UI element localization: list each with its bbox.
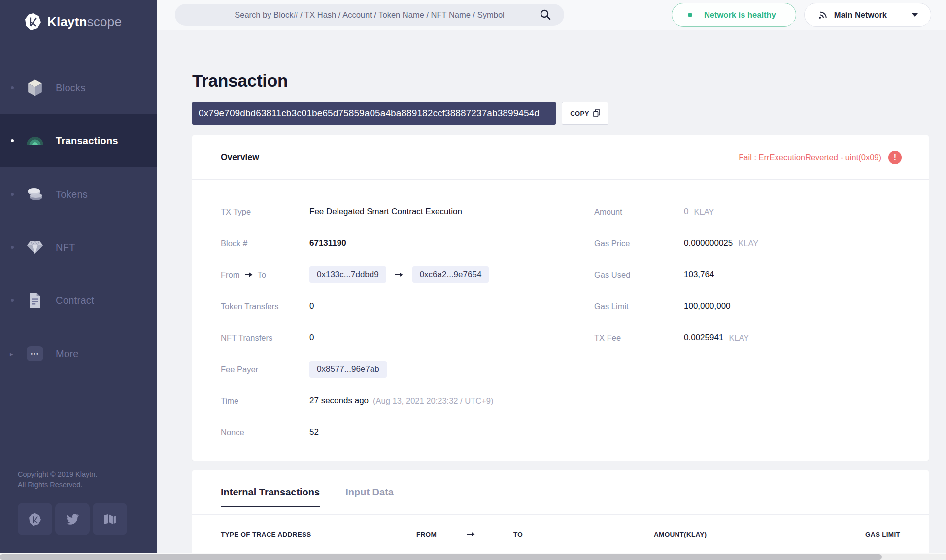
- signal-icon: [818, 11, 828, 19]
- sidebar-item-label: Contract: [56, 295, 94, 306]
- cube-icon: [26, 79, 44, 97]
- from-address-chip[interactable]: 0x133c...7ddbd9: [309, 266, 386, 283]
- sidebar-item-more[interactable]: ▸ ••• More: [0, 327, 157, 380]
- from-to-chips: 0x133c...7ddbd9 0xc6a2...9e7654: [309, 270, 489, 280]
- page-title: Transaction: [192, 71, 946, 91]
- arrow-right-icon: [467, 532, 475, 537]
- coins-icon: [26, 185, 44, 203]
- bullet-dot: [11, 139, 14, 142]
- field-label: Fee Payer: [221, 365, 309, 374]
- tx-status: Fail : ErrExecutionReverted - uint(0x09)…: [739, 151, 902, 164]
- field-label: Gas Used: [594, 270, 684, 280]
- sidebar-item-contract[interactable]: Contract: [0, 274, 157, 327]
- copy-button[interactable]: COPY: [562, 102, 608, 125]
- amount-value: 0: [684, 207, 688, 217]
- col-type-of-trace-address: TYPE OF TRACE ADDRESS: [221, 531, 416, 538]
- tab-bar: Internal Transactions Input Data: [192, 470, 929, 515]
- sidebar-item-label: Tokens: [56, 189, 88, 200]
- gas-limit-row: Gas Limit 100,000,000: [594, 291, 929, 322]
- sidebar-item-transactions[interactable]: Transactions: [0, 114, 157, 167]
- copy-icon: [593, 109, 600, 117]
- bullet-dot: [11, 246, 14, 249]
- nonce-row: Nonce 52: [221, 417, 566, 448]
- tx-fee-row: TX Fee 0.0025941 KLAY: [594, 322, 929, 354]
- horizontal-scrollbar-thumb[interactable]: [0, 554, 882, 560]
- chevron-down-icon: [912, 13, 918, 17]
- col-amount: AMOUNT(KLAY): [654, 531, 707, 538]
- sidebar-item-label: Blocks: [56, 82, 86, 94]
- topbar: Network is healthy Main Network: [157, 0, 946, 30]
- bullet-dot: [11, 299, 14, 302]
- block-number-value[interactable]: 67131190: [309, 238, 346, 248]
- klaytn-social-button[interactable]: [18, 503, 52, 535]
- search-icon[interactable]: [540, 9, 551, 21]
- sidebar-item-blocks[interactable]: Blocks: [0, 61, 157, 114]
- diamond-icon: [26, 238, 44, 256]
- gas-used-value: 103,764: [684, 270, 714, 280]
- token-transfers-row: Token Transfers 0: [221, 291, 566, 322]
- token-transfers-value: 0: [309, 301, 314, 311]
- tx-hash-row: 0x79e709dbd63811cb3c01be65d75859a05a4ba8…: [192, 102, 931, 125]
- overview-header: Overview Fail : ErrExecutionReverted - u…: [192, 135, 929, 180]
- from-to-row: From To 0x133c...7ddbd9 0xc6a2...9e765: [221, 259, 566, 291]
- copyright-line2: All Rights Reserved.: [18, 480, 157, 490]
- sidebar-item-tokens[interactable]: Tokens: [0, 167, 157, 221]
- arrow-right-icon: [395, 272, 403, 277]
- search-bar: [175, 4, 564, 26]
- overview-body: TX Type Fee Delegated Smart Contract Exe…: [192, 180, 929, 461]
- sidebar: Klaytnscope Blocks: [0, 0, 157, 560]
- tx-hash: 0x79e709dbd63811cb3c01be65d75859a05a4ba8…: [192, 102, 556, 125]
- twitter-social-button[interactable]: [55, 503, 90, 535]
- medium-social-button[interactable]: [93, 503, 127, 535]
- field-label: Gas Price: [594, 239, 684, 248]
- field-label: Block #: [221, 239, 309, 248]
- chevron-right-icon: ▸: [10, 350, 14, 358]
- arrow-right-icon: [245, 272, 253, 277]
- tx-fee-value: 0.0025941: [684, 333, 723, 343]
- gas-price-value: 0.000000025: [684, 238, 733, 248]
- sidebar-item-nft[interactable]: NFT: [0, 221, 157, 274]
- amount-row: Amount 0 KLAY: [594, 196, 929, 228]
- search-input[interactable]: [175, 4, 564, 26]
- sidebar-item-label: NFT: [56, 242, 75, 253]
- sidebar-nav: Blocks Transactions: [0, 61, 157, 380]
- network-name: Main Network: [834, 10, 887, 20]
- overview-left-column: TX Type Fee Delegated Smart Contract Exe…: [192, 180, 566, 461]
- network-status-badge: Network is healthy: [672, 3, 796, 27]
- field-label: Amount: [594, 207, 684, 217]
- tx-status-text: Fail : ErrExecutionReverted - uint(0x09): [739, 153, 881, 162]
- fee-payer-address-chip[interactable]: 0x8577...96e7ab: [309, 361, 387, 378]
- internal-transactions-card: Internal Transactions Input Data TYPE OF…: [192, 470, 929, 560]
- field-label: NFT Transfers: [221, 333, 309, 343]
- sidebar-footer: Copyright © 2019 Klaytn. All Rights Rese…: [0, 469, 157, 560]
- sidebar-item-label: More: [56, 348, 79, 360]
- copy-button-label: COPY: [570, 110, 589, 117]
- brand-logo[interactable]: Klaytnscope: [0, 0, 157, 31]
- klaytn-icon: [29, 513, 41, 526]
- main-content: Network is healthy Main Network Transact…: [157, 0, 946, 560]
- horizontal-scrollbar[interactable]: [0, 553, 946, 560]
- copyright-line1: Copyright © 2019 Klaytn.: [18, 469, 157, 480]
- rainbow-icon: [26, 132, 44, 150]
- col-from: FROM: [416, 531, 437, 538]
- tab-input-data[interactable]: Input Data: [345, 487, 394, 498]
- time-value: 27 seconds ago: [309, 396, 369, 406]
- field-label: TX Fee: [594, 333, 684, 343]
- time-detail: (Aug 13, 2021 20:23:32 / UTC+9): [373, 396, 493, 406]
- tx-fee-unit: KLAY: [729, 333, 749, 343]
- bullet-dot: [11, 86, 14, 89]
- social-links: [18, 503, 157, 535]
- network-selector[interactable]: Main Network: [804, 3, 931, 27]
- overview-right-column: Amount 0 KLAY Gas Price 0.000000025 KLAY…: [566, 180, 929, 461]
- field-label: From To: [221, 270, 309, 280]
- network-status-text: Network is healthy: [704, 10, 776, 20]
- gas-price-unit: KLAY: [738, 239, 758, 248]
- tab-internal-transactions[interactable]: Internal Transactions: [221, 487, 320, 498]
- field-label: Token Transfers: [221, 302, 309, 311]
- nonce-value: 52: [309, 428, 319, 437]
- tx-type-row: TX Type Fee Delegated Smart Contract Exe…: [221, 196, 566, 228]
- field-label: TX Type: [221, 207, 309, 217]
- to-address-chip[interactable]: 0xc6a2...9e7654: [412, 266, 489, 283]
- col-to: TO: [513, 531, 523, 538]
- block-row: Block # 67131190: [221, 228, 566, 259]
